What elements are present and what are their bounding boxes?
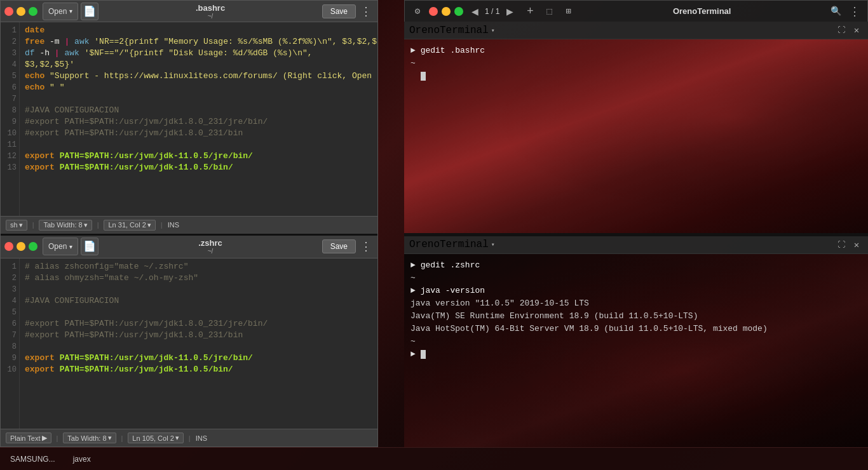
terminal-lower-line-3: ► java -version [410,285,862,297]
gedit-upper-tabwidth-btn[interactable]: Tab Width: 8 ▾ [39,220,92,231]
gedit-upper-editor[interactable]: 12345 678910 111213 date free -m | awk '… [1,22,377,215]
gedit-lower-lang-arrow: ▶ [42,434,47,442]
gedit-upper-lang-arrow: ▾ [19,221,23,229]
terminal-lower-line-4: java version "11.0.5" 2019-10-15 LTS [410,297,862,310]
terminal-upper-text[interactable]: ► gedit .bashrc ~ ► [404,39,868,232]
gedit-lower-ins: INS [196,434,207,442]
gedit-lower-toolbar: Open ▾ 📄 .zshrc ~/ Save ⋮ [1,236,377,258]
gedit-upper-pos-arrow: ▾ [147,221,151,229]
terminal-close-win-btn[interactable] [429,7,438,16]
gedit-upper-code[interactable]: date free -m | awk 'NR==2{printf "Memory… [20,22,377,215]
gedit-filename: .bashrc [196,3,225,13]
gedit-lower-filepath: ~/ [208,248,214,255]
gedit-lower-position-btn[interactable]: Ln 105, Col 2 ▾ [128,433,183,443]
gedit-menu-btn[interactable]: ⋮ [358,4,374,19]
terminal-new-tab-btn[interactable]: + [522,4,538,19]
gedit-upper-lang-btn[interactable]: sh ▾ [6,220,27,231]
gedit-upper-line-numbers: 12345 678910 111213 [1,22,20,215]
gedit-lower-max-btn[interactable] [29,242,37,251]
gedit-close-btn[interactable] [4,7,13,16]
gedit-lower-code[interactable]: # alias zshconfig="mate ~/.zshrc" # alia… [20,258,377,429]
terminal-upper-subbar: OrenoTerminal ▾ ⛶ ✕ [404,22,868,39]
terminal-lower-text[interactable]: ► gedit .zshrc ~ ► java -version java ve… [404,254,868,447]
terminal-app-title: OrenoTerminal [580,6,824,16]
terminal-lower-line-1: ► gedit .zshrc [410,259,862,272]
gedit-new-doc-btn[interactable]: 📄 [81,3,98,20]
terminal-lower-pane: OrenoTerminal ▾ ⛶ ✕ [404,236,868,447]
terminal-upper-cursor-line: ► [410,70,862,83]
terminal-lower-line-5: Java(TM) SE Runtime Environment 18.9 (bu… [410,310,862,323]
terminal-upper-line-2: ~ [410,57,862,70]
gedit-lower-filename: .zshrc [198,238,222,248]
gedit-min-btn[interactable] [17,7,25,16]
gedit-lower-min-btn[interactable] [17,242,25,251]
gedit-lower-close-btn[interactable] [4,242,13,251]
terminal-upper-expand-btn[interactable]: ⛶ [835,24,848,37]
terminal-upper-close-btn[interactable]: ✕ [850,24,863,37]
gedit-lower-tabwidth-arrow: ▾ [108,434,112,442]
gedit-lower-tabwidth-btn[interactable]: Tab Width: 8 ▾ [63,433,116,443]
terminal-nav-back[interactable]: ◀ [467,4,482,19]
gedit-upper-position-btn[interactable]: Ln 31, Col 2 ▾ [104,220,155,231]
gedit-lower-lang: Plain Text [10,434,41,442]
terminal-upper-pane: OrenoTerminal ▾ ⛶ ✕ [404,22,868,234]
gedit-lower-save-btn[interactable]: Save [322,239,356,253]
terminal-nav: ◀ 1 / 1 ▶ [467,4,517,19]
gedit-lower-lang-btn[interactable]: Plain Text ▶ [6,433,51,443]
terminal-gear-btn[interactable]: ⚙ [410,4,425,19]
gedit-lower-pos-arrow: ▾ [175,434,179,442]
terminal-lower-close-btn[interactable]: ✕ [850,238,863,251]
gedit-upper-ins: INS [168,221,179,229]
gedit-title-area: .bashrc ~/ [101,3,319,20]
gedit-lower-editor[interactable]: 12345 678910 # alias zshconfig="mate ~/.… [1,258,377,429]
terminal-lower-line-7: ~ [410,335,862,348]
terminal-window: ⚙ ◀ 1 / 1 ▶ + ⬚ ⊞ OrenoTerminal 🔍 ⋮ Oren… [404,0,868,447]
gedit-upper-lang: sh [10,221,18,229]
gedit-upper-tabwidth-arrow: ▾ [84,221,88,229]
gedit-lower-tabwidth: Tab Width: 8 [67,434,106,442]
terminal-lower-arrow: ▾ [491,241,495,248]
terminal-split: OrenoTerminal ▾ ⛶ ✕ [404,22,868,447]
terminal-lower-content[interactable]: ► gedit .zshrc ~ ► java -version java ve… [404,254,868,447]
gedit-lower-new-doc-btn[interactable]: 📄 [81,238,98,255]
terminal-lower-line-6: Java HotSpot(TM) 64-Bit Server VM 18.9 (… [410,323,862,335]
terminal-upper-line-1: ► gedit .bashrc [410,44,862,57]
gedit-lower-open-btn[interactable]: Open ▾ [43,238,78,255]
terminal-max-btn[interactable] [454,7,463,16]
terminal-upper-content[interactable]: ► gedit .bashrc ~ ► [404,39,868,232]
terminal-upper-arrow: ▾ [491,27,495,34]
terminal-upper-title: OrenoTerminal [409,25,489,36]
gedit-max-btn[interactable] [29,7,37,16]
gedit-window: Save Open ▾ 📄 .bashrc ~/ Save ⋮ 12345 67… [0,0,378,447]
desktop: Save Open ▾ 📄 .bashrc ~/ Save ⋮ 12345 67… [0,0,868,470]
taskbar: SAMSUNG... javex [0,447,868,470]
terminal-search-btn[interactable]: 🔍 [828,4,843,19]
gedit-upper-statusbar: sh ▾ | Tab Width: 8 ▾ | Ln 31, Col 2 ▾ |… [1,216,377,234]
gedit-lower-menu-btn[interactable]: ⋮ [358,239,374,254]
terminal-detach-btn[interactable]: ⬚ [541,4,557,19]
taskbar-item-samsung[interactable]: SAMSUNG... [5,453,60,465]
gedit-lower-title-area: .zshrc ~/ [101,238,319,255]
terminal-nav-fwd[interactable]: ▶ [502,4,517,19]
gedit-save-btn[interactable]: Save [322,4,356,18]
terminal-lower-cursor-line: ► [410,348,862,361]
terminal-lower-line-2: ~ [410,272,862,285]
terminal-titlebar: ⚙ ◀ 1 / 1 ▶ + ⬚ ⊞ OrenoTerminal 🔍 ⋮ [404,0,868,22]
gedit-lower-open-arrow: ▾ [69,243,72,250]
gedit-split: 12345 678910 111213 date free -m | awk '… [1,22,377,446]
terminal-lower-subbar: OrenoTerminal ▾ ⛶ ✕ [404,236,868,254]
gedit-upper-tabwidth: Tab Width: 8 [43,221,82,229]
terminal-lower-expand-btn[interactable]: ⛶ [835,238,848,251]
gedit-toolbar: Save Open ▾ 📄 .bashrc ~/ Save ⋮ [1,1,377,22]
gedit-open-arrow: ▾ [69,8,72,15]
gedit-filepath: ~/ [208,13,214,20]
gedit-lower-line-numbers: 12345 678910 [1,258,20,429]
taskbar-item-javex[interactable]: javex [68,453,96,465]
gedit-lower-position: Ln 105, Col 2 [132,434,173,442]
terminal-nav-label: 1 / 1 [485,7,499,16]
terminal-min-btn[interactable] [442,7,451,16]
gedit-open-btn[interactable]: Save Open ▾ [43,3,78,20]
gedit-lower-statusbar: Plain Text ▶ | Tab Width: 8 ▾ | Ln 105, … [1,429,377,446]
terminal-more-btn[interactable]: ⋮ [847,4,862,19]
terminal-split-btn[interactable]: ⊞ [560,4,576,19]
